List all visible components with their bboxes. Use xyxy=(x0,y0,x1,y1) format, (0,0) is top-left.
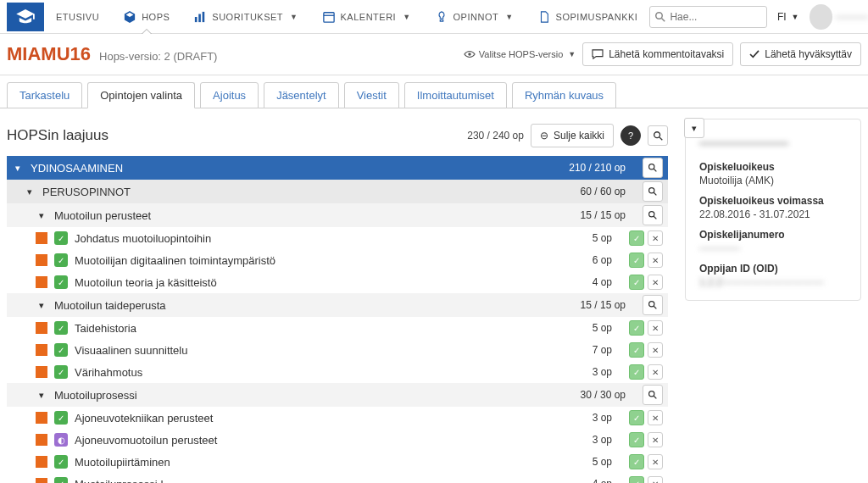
search-input[interactable] xyxy=(670,11,761,23)
student-card: ▾ ——————— Opiskeluoikeus Muotoilija (AMK… xyxy=(685,119,861,301)
remove-button[interactable]: ✕ xyxy=(648,275,663,290)
svg-rect-0 xyxy=(195,17,198,22)
student-number-label: Opiskelijanumero xyxy=(699,229,847,241)
accept-button[interactable]: ✓ xyxy=(629,320,644,336)
chevron-down-icon[interactable]: ▾ xyxy=(36,210,47,221)
svg-line-13 xyxy=(654,192,656,195)
status-square xyxy=(36,344,47,356)
svg-point-5 xyxy=(656,12,663,19)
svg-line-15 xyxy=(654,216,656,219)
status-square xyxy=(36,478,47,483)
nav-home[interactable]: ETUSIVU xyxy=(44,0,111,34)
svg-line-11 xyxy=(654,169,656,171)
group-basic: ▾PERUSOPINNOT 60 / 60 op xyxy=(7,180,668,203)
tab-ryhman-kuvaus[interactable]: Ryhmän kuvaus xyxy=(512,82,616,108)
status-square xyxy=(36,322,47,334)
tab-tarkastelu[interactable]: Tarkastelu xyxy=(7,82,82,108)
search-input-wrap[interactable] xyxy=(649,6,767,28)
check-badge-icon: ✓ xyxy=(54,275,68,289)
remove-button[interactable]: ✕ xyxy=(648,253,663,268)
course-row: ✓Johdatus muotoiluopintoihin 5 op ✓✕ xyxy=(7,227,668,249)
accept-button[interactable]: ✓ xyxy=(629,364,644,380)
send-approve-button[interactable]: Lähetä hyväksyttäv xyxy=(740,42,861,66)
svg-rect-3 xyxy=(323,12,333,21)
detail-button[interactable] xyxy=(643,385,663,405)
user-name[interactable]: ——— xyxy=(836,10,861,23)
tab-ilmoittautumiset[interactable]: Ilmoittautumiset xyxy=(404,82,507,108)
check-badge-icon: ✓ xyxy=(54,477,68,483)
lang-select[interactable]: FI▼ xyxy=(777,11,799,23)
status-square xyxy=(36,232,47,244)
detail-button[interactable] xyxy=(643,181,663,202)
remove-button[interactable]: ✕ xyxy=(648,342,663,358)
group-g1: ▾Muotoilun perusteet 15 / 15 op xyxy=(7,203,668,227)
remove-button[interactable]: ✕ xyxy=(648,320,663,336)
caret-down-icon: ▼ xyxy=(290,13,298,21)
document-icon xyxy=(537,10,551,24)
help-button[interactable]: ? xyxy=(620,125,641,146)
group-g3: ▾Muotoiluprosessi 30 / 30 op xyxy=(7,383,668,407)
course-row: ◐Ajoneuvomuotoilun perusteet 3 op ✓✕ xyxy=(7,429,668,451)
detail-button[interactable] xyxy=(643,158,663,178)
caret-down-icon: ▼ xyxy=(403,13,410,21)
nav-calendar[interactable]: KALENTERI▼ xyxy=(310,0,423,34)
remove-button[interactable]: ✕ xyxy=(648,454,663,469)
chevron-down-icon[interactable]: ▾ xyxy=(36,300,47,311)
version-selector[interactable]: Valitse HOPS-versio▼ xyxy=(464,49,576,59)
app-logo[interactable] xyxy=(7,3,44,31)
calendar-icon xyxy=(322,10,336,24)
zoom-button[interactable] xyxy=(648,125,668,146)
svg-point-18 xyxy=(649,391,654,397)
chevron-down-icon[interactable]: ▾ xyxy=(36,390,47,401)
plan-header: MIAMU16 Hops-versio: 2 (DRAFT) Valitse H… xyxy=(0,34,868,75)
top-nav: ETUSIVU HOPS SUORITUKSET▼ KALENTERI▼ OPI… xyxy=(0,0,868,34)
total-credits: 230 / 240 op xyxy=(467,130,524,142)
remove-button[interactable]: ✕ xyxy=(648,476,663,483)
detail-button[interactable] xyxy=(643,295,663,315)
chevron-down-icon[interactable]: ▾ xyxy=(24,186,36,197)
remove-button[interactable]: ✕ xyxy=(648,230,663,246)
check-badge-icon: ✓ xyxy=(54,321,68,335)
remove-button[interactable]: ✕ xyxy=(648,364,663,380)
nav-hops[interactable]: HOPS xyxy=(111,0,181,34)
nav-contracts[interactable]: SOPIMUSPANKKI xyxy=(526,0,650,34)
chevron-down-icon[interactable]: ▾ xyxy=(12,163,24,174)
tab-ajoitus[interactable]: Ajoitus xyxy=(200,82,259,108)
progress-badge-icon: ◐ xyxy=(54,433,68,447)
oid-value: 1.2.2—————————— xyxy=(699,276,847,288)
tab-opintojen-valinta[interactable]: Opintojen valinta xyxy=(87,82,195,108)
course-row: ✓Värihahmotus 3 op ✓✕ xyxy=(7,361,668,383)
close-all-button[interactable]: ⊖ Sulje kaikki xyxy=(531,124,614,147)
remove-button[interactable]: ✕ xyxy=(648,410,663,425)
eye-icon xyxy=(464,50,476,58)
group-g2: ▾Muotoilun taideperusta 15 / 15 op xyxy=(7,293,668,317)
course-row: ✓Visuaalinen suunnittelu 7 op ✓✕ xyxy=(7,339,668,361)
svg-point-8 xyxy=(654,131,659,137)
oid-label: Oppijan ID (OID) xyxy=(699,263,847,275)
check-badge-icon: ✓ xyxy=(54,455,68,469)
tab-viestit[interactable]: Viestit xyxy=(344,82,399,108)
course-row: ✓Taidehistoria 5 op ✓✕ xyxy=(7,317,668,339)
accept-button[interactable]: ✓ xyxy=(629,432,644,447)
accept-button[interactable]: ✓ xyxy=(629,230,644,246)
avatar[interactable] xyxy=(810,4,832,30)
send-comment-button[interactable]: Lähetä kommentoitavaksi xyxy=(582,42,733,66)
detail-button[interactable] xyxy=(643,205,663,225)
accept-button[interactable]: ✓ xyxy=(629,342,644,358)
accept-button[interactable]: ✓ xyxy=(629,253,644,268)
accept-button[interactable]: ✓ xyxy=(629,275,644,290)
accept-button[interactable]: ✓ xyxy=(629,454,644,469)
svg-point-14 xyxy=(649,212,654,217)
remove-button[interactable]: ✕ xyxy=(648,432,663,447)
check-badge-icon: ✓ xyxy=(54,343,68,357)
nav-studies[interactable]: OPINNOT▼ xyxy=(423,0,526,34)
accept-button[interactable]: ✓ xyxy=(629,476,644,483)
tab-jasentelyt[interactable]: Jäsentelyt xyxy=(264,82,339,108)
collapse-icon: ⊖ xyxy=(540,130,548,142)
valid-value: 22.08.2016 - 31.07.2021 xyxy=(699,208,847,220)
nav-results[interactable]: SUORITUKSET▼ xyxy=(181,0,309,34)
accept-button[interactable]: ✓ xyxy=(629,410,644,425)
svg-point-12 xyxy=(649,188,654,193)
comment-icon xyxy=(592,49,604,59)
bars-icon xyxy=(193,10,207,24)
